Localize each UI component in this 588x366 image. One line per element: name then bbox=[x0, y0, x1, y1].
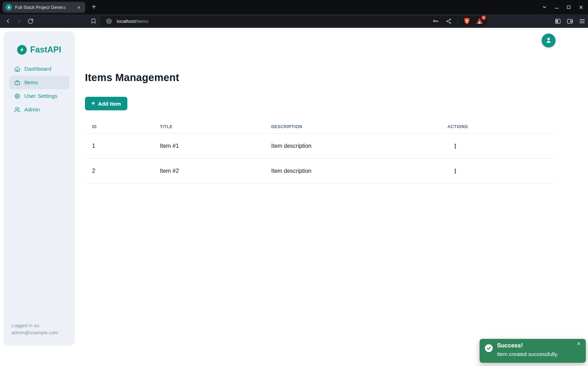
sidebar-nav: Dashboard Items User Settings Admin bbox=[9, 62, 69, 116]
bookmark-icon[interactable] bbox=[89, 17, 98, 25]
items-table: ID TITLE DESCRIPTION ACTIONS 1 Item #1 I… bbox=[85, 120, 555, 184]
url-path: /items bbox=[136, 19, 148, 24]
briefcase-icon bbox=[14, 80, 20, 86]
rewards-badge: 1 bbox=[481, 15, 486, 20]
sidebar: FastAPI Dashboard Items User Settings A bbox=[4, 31, 75, 346]
window-close-button[interactable] bbox=[577, 3, 585, 11]
tab-title: Full Stack Project Genera bbox=[15, 5, 75, 10]
favicon-icon bbox=[5, 4, 12, 11]
table-row: 2 Item #2 Item description ⋮ bbox=[85, 159, 555, 184]
key-icon[interactable] bbox=[432, 17, 440, 25]
brave-shield-icon[interactable] bbox=[463, 17, 471, 25]
app-logo: FastAPI bbox=[4, 45, 75, 55]
page-title: Items Management bbox=[85, 72, 179, 84]
reload-icon[interactable] bbox=[26, 17, 35, 25]
lightning-icon bbox=[17, 45, 27, 55]
kebab-menu-icon[interactable]: ⋮ bbox=[452, 166, 458, 176]
share-icon[interactable] bbox=[445, 17, 452, 25]
new-tab-button[interactable]: + bbox=[90, 3, 98, 11]
sidebar-toggle-icon[interactable] bbox=[553, 16, 562, 26]
kebab-menu-icon[interactable]: ⋮ bbox=[452, 141, 458, 151]
home-icon bbox=[14, 66, 20, 72]
forward-icon[interactable] bbox=[15, 17, 24, 25]
app-logo-text: FastAPI bbox=[30, 45, 61, 55]
cell-title: Item #1 bbox=[160, 143, 271, 149]
sidebar-item-dashboard[interactable]: Dashboard bbox=[9, 62, 69, 76]
sidebar-item-admin[interactable]: Admin bbox=[9, 103, 69, 116]
sidebar-item-user-settings[interactable]: User Settings bbox=[9, 89, 69, 103]
browser-tab[interactable]: Full Stack Project Genera × bbox=[2, 2, 85, 13]
brave-rewards-icon[interactable]: 1 bbox=[476, 17, 483, 25]
success-toast: Success! Item created successfully. × bbox=[480, 339, 586, 363]
url-host: localhost bbox=[117, 19, 136, 24]
cell-description: Item description bbox=[271, 143, 447, 149]
add-item-label: Add Item bbox=[98, 101, 121, 107]
site-info-icon[interactable] bbox=[106, 18, 112, 25]
table-header-row: ID TITLE DESCRIPTION ACTIONS bbox=[85, 120, 555, 134]
browser-toolbar: localhost/items 1 bbox=[0, 14, 588, 28]
cell-id: 2 bbox=[92, 168, 160, 174]
cell-title: Item #2 bbox=[160, 168, 271, 174]
users-icon bbox=[14, 107, 20, 113]
maximize-button[interactable] bbox=[564, 3, 573, 11]
logged-in-label: Logged in as: bbox=[11, 322, 58, 329]
sidebar-item-label: Dashboard bbox=[24, 66, 51, 72]
sidebar-item-label: Items bbox=[24, 79, 38, 86]
window-controls bbox=[540, 0, 585, 14]
menu-icon[interactable] bbox=[577, 16, 587, 26]
gear-icon bbox=[14, 93, 20, 99]
minimize-button[interactable] bbox=[552, 3, 561, 11]
sidebar-item-label: Admin bbox=[24, 106, 40, 113]
column-header-title: TITLE bbox=[160, 124, 271, 129]
add-item-button[interactable]: + Add Item bbox=[85, 97, 127, 110]
column-header-actions: ACTIONS bbox=[447, 124, 555, 129]
user-avatar-button[interactable] bbox=[542, 34, 556, 47]
url-text: localhost/items bbox=[117, 19, 427, 24]
browser-window: Full Stack Project Genera × + bbox=[0, 0, 588, 366]
sidebar-item-label: User Settings bbox=[24, 93, 57, 99]
sidebar-item-items[interactable]: Items bbox=[9, 76, 69, 89]
wallet-icon[interactable] bbox=[565, 16, 574, 26]
check-circle-icon bbox=[484, 344, 493, 354]
tab-search-chevron-icon[interactable] bbox=[540, 3, 549, 11]
cell-id: 1 bbox=[92, 143, 160, 149]
web-page: FastAPI Dashboard Items User Settings A bbox=[0, 28, 588, 366]
tab-bar: Full Stack Project Genera × + bbox=[0, 0, 588, 14]
logged-in-email: admin@example.com bbox=[11, 329, 58, 336]
toast-message: Item created successfully. bbox=[497, 351, 558, 357]
column-header-description: DESCRIPTION bbox=[271, 124, 447, 129]
cell-description: Item description bbox=[271, 168, 447, 174]
plus-icon: + bbox=[91, 100, 95, 106]
toolbar-right-group bbox=[553, 16, 587, 26]
toast-title: Success! bbox=[497, 342, 523, 349]
logged-in-info: Logged in as: admin@example.com bbox=[11, 322, 58, 336]
toolbar-separator bbox=[457, 18, 458, 24]
tab-close-icon[interactable]: × bbox=[76, 4, 82, 11]
back-icon[interactable] bbox=[4, 17, 12, 25]
user-avatar-icon bbox=[545, 37, 552, 44]
table-row: 1 Item #1 Item description ⋮ bbox=[85, 134, 555, 159]
address-bar[interactable]: localhost/items 1 bbox=[101, 16, 487, 26]
column-header-id: ID bbox=[92, 124, 160, 129]
toast-close-icon[interactable]: × bbox=[575, 340, 582, 347]
